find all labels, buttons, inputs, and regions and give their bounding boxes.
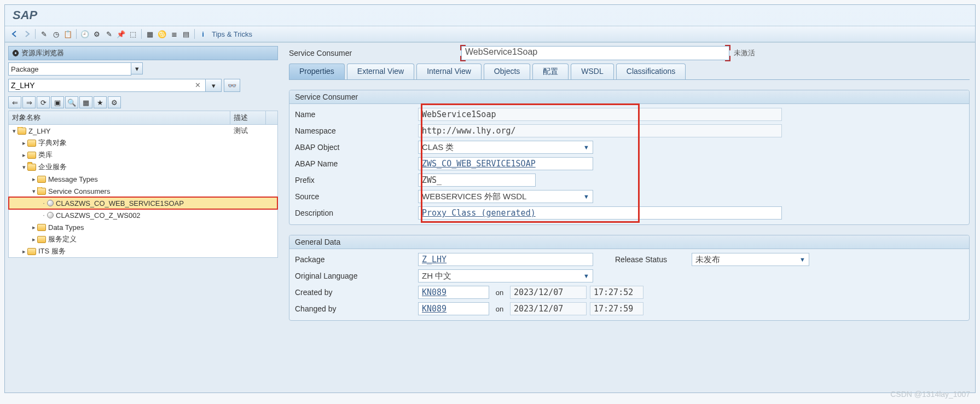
package-label: Package [295, 255, 418, 264]
changed-by-label: Changed by [295, 304, 418, 313]
tree-collapse-icon[interactable]: ▣ [51, 96, 64, 108]
folder-icon [37, 188, 46, 195]
created-date: 2023/12/07 [510, 286, 587, 299]
created-by-value[interactable]: KN089 [418, 286, 489, 299]
tree-row-proxy2[interactable]: ·CLASZWS_CO_Z_WS002 [9, 209, 277, 221]
dropdown-arrow-icon: ▼ [583, 144, 589, 151]
package-value[interactable]: Z_LHY [418, 253, 593, 266]
abap-name-link[interactable]: ZWS_CO_WEB_SERVICE1SOAP [418, 157, 593, 170]
folder-icon [27, 140, 36, 147]
tree-row-svcconsumers[interactable]: ▾Service Consumers [9, 185, 277, 197]
source-dropdown[interactable]: WEBSERVICES 外部 WSDL▼ [418, 190, 593, 203]
changed-date: 2023/12/07 [510, 302, 587, 315]
tree-header: 对象名称 描述 [8, 111, 278, 125]
toolbar-icon-8[interactable]: ⬚ [127, 28, 138, 39]
tab-wsdl[interactable]: WSDL [571, 64, 613, 79]
source-label: Source [295, 192, 418, 201]
toolbar-icon-9[interactable]: ▦ [144, 28, 155, 39]
tree-row-entsvc[interactable]: ▾企业服务 [9, 161, 277, 173]
on-label-2: on [489, 305, 510, 313]
clear-icon[interactable]: ✕ [195, 81, 201, 94]
release-status-dropdown[interactable]: 未发布▼ [692, 253, 809, 266]
tree-fav-icon[interactable]: ★ [94, 96, 107, 108]
tab-strip: Properties External View Internal View O… [289, 64, 970, 80]
prefix-value[interactable]: ZWS_ [418, 174, 536, 187]
info-icon[interactable]: i [198, 28, 208, 39]
orig-lang-dropdown[interactable]: ZH 中文▼ [418, 269, 593, 282]
tab-classifications[interactable]: Classifications [616, 64, 686, 79]
app-title: SAP [13, 8, 37, 22]
watermark: CSDN @1314lay_1007 [890, 390, 970, 393]
tab-internal-view[interactable]: Internal View [416, 64, 482, 79]
repo-browser-title: 资源库浏览器 [21, 48, 64, 58]
separator [35, 29, 36, 39]
tree-row-selected-proxy[interactable]: ·CLASZWS_CO_WEB_SERVICE1SOAP [9, 197, 277, 209]
release-status-label: Release Status [615, 255, 692, 264]
nav-forward-icon[interactable] [21, 28, 32, 39]
tree-back-icon[interactable]: ⇐ [8, 96, 21, 108]
toolbar-icon-7[interactable]: 📌 [115, 28, 126, 39]
toolbar-icon-1[interactable]: ✎ [38, 28, 49, 39]
header-row: Service Consumer WebService1Soap 未激活 [289, 46, 970, 60]
tree-layout-icon[interactable]: ▦ [79, 96, 92, 108]
name-label: Name [295, 110, 418, 119]
toolbar-icon-12[interactable]: ▤ [181, 28, 192, 39]
tree-row-datatypes[interactable]: ▸Data Types [9, 221, 277, 233]
tab-config[interactable]: 配置 [532, 64, 569, 79]
folder-icon [37, 236, 46, 243]
nav-back-icon[interactable] [9, 28, 20, 39]
tab-external-view[interactable]: External View [347, 64, 414, 79]
description-label: Description [295, 209, 418, 217]
tree-row-msgtypes[interactable]: ▸Message Types [9, 173, 277, 185]
package-combo[interactable]: Package [8, 62, 131, 76]
toolbar-icon-6[interactable]: ✎ [103, 28, 114, 39]
tree-row-its[interactable]: ▸ITS 服务 [9, 245, 277, 257]
toolbar-icon-4[interactable]: 🕘 [79, 28, 90, 39]
toolbar-icon-2[interactable]: ◷ [50, 28, 61, 39]
hierarchy-icon: 🞉 [12, 49, 19, 57]
toolbar-icon-11[interactable]: ≣ [169, 28, 179, 39]
abap-object-dropdown[interactable]: CLAS 类▼ [418, 141, 593, 154]
object-icon [47, 212, 54, 218]
prefix-label: Prefix [295, 176, 418, 184]
namespace-label: Namespace [295, 126, 418, 135]
tips-link[interactable]: Tips & Tricks [212, 30, 252, 38]
service-consumer-field[interactable]: WebService1Soap [461, 46, 729, 60]
toolbar-icon-3[interactable]: 📋 [62, 28, 73, 39]
display-glasses-icon[interactable]: 👓 [224, 79, 240, 92]
toolbar-icon-10[interactable]: ♋ [156, 28, 167, 39]
gen-group-title: General Data [289, 235, 969, 249]
tree-refresh-icon[interactable]: ⟳ [37, 96, 50, 108]
object-tree: ▾Z_LHY 测试 ▸字典对象 ▸类库 ▾企业服务 ▸Message Types… [8, 125, 278, 258]
sc-group-title: Service Consumer [289, 90, 969, 104]
tab-objects[interactable]: Objects [484, 64, 530, 79]
toolbar-icon-5[interactable]: ⚙ [91, 28, 102, 39]
folder-icon [18, 128, 26, 135]
abap-name-label: ABAP Name [295, 159, 418, 168]
changed-by-value[interactable]: KN089 [418, 302, 489, 315]
tree-row-classlib[interactable]: ▸类库 [9, 149, 277, 161]
created-by-label: Created by [295, 288, 418, 297]
separator [194, 29, 195, 39]
package-combo-arrow-icon[interactable]: ▾ [131, 62, 143, 74]
folder-icon [27, 164, 36, 171]
tree-fwd-icon[interactable]: ⇒ [22, 96, 36, 108]
tree-find-icon[interactable]: 🔍 [65, 96, 78, 108]
tree-row-root[interactable]: ▾Z_LHY 测试 [9, 125, 277, 137]
package-search-input[interactable] [8, 79, 208, 92]
tree-toolbar: ⇐ ⇒ ⟳ ▣ 🔍 ▦ ★ ⚙ [8, 96, 278, 108]
tab-properties[interactable]: Properties [289, 64, 345, 79]
orig-lang-label: Original Language [295, 272, 418, 280]
object-icon [47, 200, 54, 206]
separator [141, 29, 142, 39]
tree-row-svcdef[interactable]: ▸服务定义 [9, 233, 277, 245]
dropdown-history-icon[interactable]: ▾ [205, 79, 222, 92]
service-consumer-group: Service Consumer NameWebService1Soap Nam… [289, 90, 970, 225]
folder-icon [27, 152, 36, 159]
tree-row-dict[interactable]: ▸字典对象 [9, 137, 277, 149]
col-object-name: 对象名称 [9, 111, 230, 124]
main-area: 🞉 资源库浏览器 Package ▾ ✕ ▾ 👓 ⇐ ⇒ ⟳ ▣ 🔍 [5, 42, 975, 393]
package-combo-value: Package [11, 65, 39, 73]
tree-settings-icon[interactable]: ⚙ [108, 96, 121, 108]
description-value[interactable]: Proxy Class (generated) [418, 206, 782, 220]
